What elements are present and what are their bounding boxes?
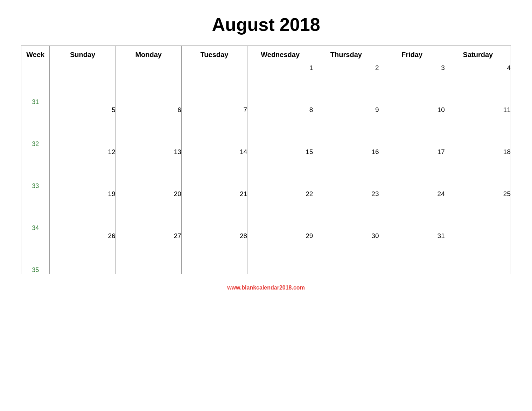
day-cell: 29 bbox=[247, 232, 313, 274]
day-cell: 16 bbox=[313, 148, 379, 190]
day-cell: 17 bbox=[379, 148, 445, 190]
day-cell: 15 bbox=[247, 148, 313, 190]
day-cell: 6 bbox=[115, 106, 181, 148]
week-cell: 34 bbox=[21, 190, 50, 232]
header-saturday: Saturday bbox=[445, 46, 511, 64]
week-number: 34 bbox=[32, 224, 39, 231]
day-cell bbox=[115, 64, 181, 106]
day-cell: 5 bbox=[50, 106, 115, 148]
week-cell: 35 bbox=[21, 232, 50, 274]
day-cell: 7 bbox=[181, 106, 247, 148]
week-cell: 33 bbox=[21, 148, 50, 190]
day-cell bbox=[50, 64, 115, 106]
day-cell: 13 bbox=[115, 148, 181, 190]
calendar-row: 311234 bbox=[21, 64, 511, 106]
header-thursday: Thursday bbox=[313, 46, 379, 64]
header-friday: Friday bbox=[379, 46, 445, 64]
day-cell: 31 bbox=[379, 232, 445, 274]
day-cell: 24 bbox=[379, 190, 445, 232]
week-number: 32 bbox=[32, 140, 39, 147]
day-cell: 12 bbox=[50, 148, 115, 190]
calendar-row: 3312131415161718 bbox=[21, 148, 511, 190]
day-cell: 27 bbox=[115, 232, 181, 274]
header-week: Week bbox=[21, 46, 50, 64]
day-cell: 10 bbox=[379, 106, 445, 148]
calendar-row: 35262728293031 bbox=[21, 232, 511, 274]
day-cell: 8 bbox=[247, 106, 313, 148]
header-monday: Monday bbox=[115, 46, 181, 64]
week-number: 31 bbox=[32, 98, 39, 105]
day-cell: 30 bbox=[313, 232, 379, 274]
day-cell bbox=[181, 64, 247, 106]
calendar-row: 32567891011 bbox=[21, 106, 511, 148]
calendar-title: August 2018 bbox=[212, 14, 320, 35]
day-cell: 19 bbox=[50, 190, 115, 232]
day-cell: 4 bbox=[445, 64, 511, 106]
day-cell: 25 bbox=[445, 190, 511, 232]
week-cell: 32 bbox=[21, 106, 50, 148]
day-cell: 9 bbox=[313, 106, 379, 148]
calendar-table: Week Sunday Monday Tuesday Wednesday Thu… bbox=[21, 46, 511, 274]
header-wednesday: Wednesday bbox=[247, 46, 313, 64]
footer-link: www.blankcalendar2018.com bbox=[227, 285, 305, 291]
day-cell: 20 bbox=[115, 190, 181, 232]
day-cell: 1 bbox=[247, 64, 313, 106]
header-tuesday: Tuesday bbox=[181, 46, 247, 64]
day-cell: 28 bbox=[181, 232, 247, 274]
day-cell: 18 bbox=[445, 148, 511, 190]
day-cell: 23 bbox=[313, 190, 379, 232]
day-cell: 2 bbox=[313, 64, 379, 106]
header-sunday: Sunday bbox=[50, 46, 115, 64]
day-cell: 3 bbox=[379, 64, 445, 106]
day-cell bbox=[445, 232, 511, 274]
header-row: Week Sunday Monday Tuesday Wednesday Thu… bbox=[21, 46, 511, 64]
week-number: 35 bbox=[32, 266, 39, 273]
calendar-row: 3419202122232425 bbox=[21, 190, 511, 232]
footer: www.blankcalendar2018.com bbox=[227, 285, 305, 291]
day-cell: 14 bbox=[181, 148, 247, 190]
week-number: 33 bbox=[32, 182, 39, 189]
day-cell: 26 bbox=[50, 232, 115, 274]
day-cell: 21 bbox=[181, 190, 247, 232]
week-cell: 31 bbox=[21, 64, 50, 106]
day-cell: 22 bbox=[247, 190, 313, 232]
day-cell: 11 bbox=[445, 106, 511, 148]
